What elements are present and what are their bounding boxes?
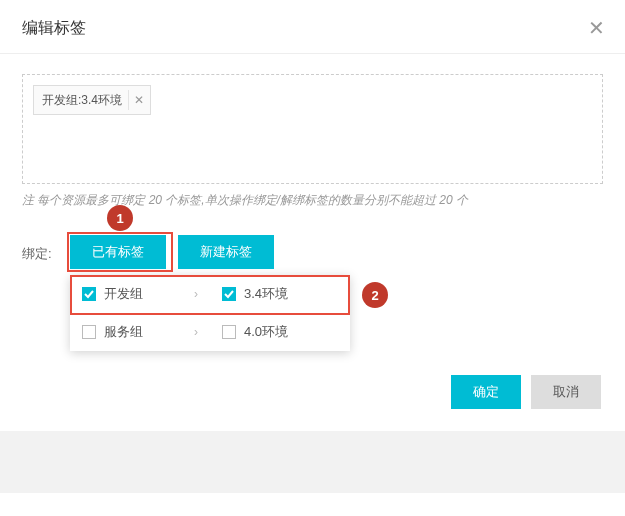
bind-row: 绑定: 已有标签 新建标签 1 开发组 › bbox=[22, 235, 603, 351]
option-label: 开发组 bbox=[104, 285, 143, 303]
cancel-button[interactable]: 取消 bbox=[531, 375, 601, 409]
tab-existing[interactable]: 已有标签 bbox=[70, 235, 166, 269]
chevron-right-icon: › bbox=[194, 325, 198, 339]
note-text: 注 每个资源最多可绑定 20 个标签,单次操作绑定/解绑标签的数量分别不能超过 … bbox=[22, 192, 603, 209]
option-devgroup[interactable]: 开发组 › bbox=[70, 275, 210, 313]
tag-chip: 开发组:3.4环境 ✕ bbox=[33, 85, 151, 115]
option-servicegroup[interactable]: 服务组 › bbox=[70, 313, 210, 351]
option-label: 3.4环境 bbox=[244, 285, 288, 303]
ok-button[interactable]: 确定 bbox=[451, 375, 521, 409]
checkbox-icon bbox=[82, 287, 96, 301]
dialog-body: 开发组:3.4环境 ✕ 注 每个资源最多可绑定 20 个标签,单次操作绑定/解绑… bbox=[0, 54, 625, 351]
option-label: 4.0环境 bbox=[244, 323, 288, 341]
tag-dropdown: 开发组 › 服务组 › 3.4环境 bbox=[70, 275, 350, 351]
option-label: 服务组 bbox=[104, 323, 143, 341]
tab-new[interactable]: 新建标签 bbox=[178, 235, 274, 269]
checkbox-icon bbox=[82, 325, 96, 339]
bind-label: 绑定: bbox=[22, 235, 70, 263]
annotation-badge-1: 1 bbox=[107, 205, 133, 231]
remove-tag-icon[interactable]: ✕ bbox=[128, 90, 148, 110]
selected-tags-area[interactable]: 开发组:3.4环境 ✕ bbox=[22, 74, 603, 184]
background-strip bbox=[0, 431, 625, 493]
annotation-badge-2: 2 bbox=[362, 282, 388, 308]
checkbox-icon bbox=[222, 325, 236, 339]
dialog-footer: 确定 取消 bbox=[0, 351, 625, 431]
option-env40[interactable]: 4.0环境 bbox=[210, 313, 350, 351]
tabs: 已有标签 新建标签 bbox=[70, 235, 350, 269]
dropdown-col-right: 3.4环境 4.0环境 bbox=[210, 275, 350, 351]
checkbox-icon bbox=[222, 287, 236, 301]
dropdown-col-left: 开发组 › 服务组 › bbox=[70, 275, 210, 351]
edit-tags-dialog: 编辑标签 ✕ 开发组:3.4环境 ✕ 注 每个资源最多可绑定 20 个标签,单次… bbox=[0, 0, 625, 431]
dialog-header: 编辑标签 ✕ bbox=[0, 0, 625, 54]
tag-chip-label: 开发组:3.4环境 bbox=[42, 92, 122, 109]
chevron-right-icon: › bbox=[194, 287, 198, 301]
option-env34[interactable]: 3.4环境 bbox=[210, 275, 350, 313]
dialog-title: 编辑标签 bbox=[22, 18, 603, 39]
close-icon[interactable]: ✕ bbox=[588, 18, 605, 38]
